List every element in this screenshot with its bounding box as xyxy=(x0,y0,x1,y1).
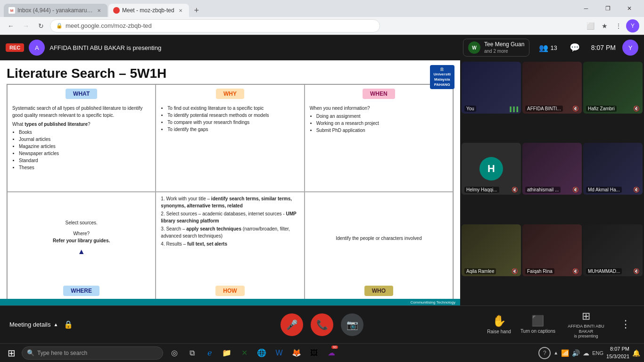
right-controls: ✋ Raise hand ⬛ Turn on captions ⊞ AFFIDA… xyxy=(487,310,635,339)
taskbar-icon-chrome[interactable]: 🌐 xyxy=(253,345,270,362)
faiqah-name: Faiqah Rina xyxy=(525,268,554,274)
host-info[interactable]: W Tee Meng Guan and 2 more xyxy=(463,39,529,57)
mute-button[interactable]: 🎤 xyxy=(281,313,303,336)
taskbar-icon-photos[interactable]: 🖼 xyxy=(305,345,322,362)
gmail-tab-label: Inbox (4,944) - yanakamarudin@ xyxy=(17,7,93,14)
tab-bar: M Inbox (4,944) - yanakamarudin@ ✕ Meet … xyxy=(0,0,644,17)
akmal-mute-icon: 🔇 xyxy=(633,187,640,193)
bookmark-icon[interactable]: ★ xyxy=(598,19,611,33)
affida-name: AFFIDA BINTI... xyxy=(525,106,563,112)
forward-button[interactable]: → xyxy=(20,20,32,32)
reload-button[interactable]: ↻ xyxy=(35,20,47,32)
taskbar-icon-teams[interactable]: ☁ 93 xyxy=(323,345,340,362)
presenting-label: AFFIDA BINTI ABU BAKARis presenting xyxy=(565,324,607,339)
participant-tile-hafiz: Hafiz Zambri 🔇 xyxy=(583,62,643,114)
helmy-name: Helmy Haqqi... xyxy=(464,187,499,193)
presenting-info[interactable]: ⊞ AFFIDA BINTI ABU BAKARis presenting xyxy=(565,310,607,339)
search-placeholder-text: Type here to search xyxy=(37,350,87,356)
more-options-button[interactable]: ⋮ xyxy=(617,314,635,334)
taskbar-icons-area: ◎ ⧉ ℯ 📁 ✕ 🌐 W 🦊 🖼 ☁ 93 xyxy=(166,345,340,362)
maximize-button[interactable]: ❐ xyxy=(597,0,619,17)
onedrive-icon[interactable]: ☁ xyxy=(583,349,589,357)
gmail-tab-close[interactable]: ✕ xyxy=(95,7,103,14)
network-icon[interactable]: 📶 xyxy=(561,349,569,357)
raise-hand-label: Raise hand xyxy=(487,329,511,334)
system-time[interactable]: 8:07 PM 15/3/2021 xyxy=(606,346,629,360)
taskbar-icon-firefox[interactable]: 🦊 xyxy=(288,345,305,362)
slide-grid: WHAT Systematic search of all types of p… xyxy=(7,84,454,300)
participant-tile-muhammad: MUHAMMAD... 🔇 xyxy=(583,224,643,276)
how-tag: HOW xyxy=(215,286,244,296)
center-controls: 🎤 📞 📷 xyxy=(281,313,363,336)
akmal-name: Md Akmal Ha... xyxy=(586,187,622,193)
participants-button[interactable]: 👥 13 xyxy=(534,41,561,55)
athira-name: athirahismail ... xyxy=(525,187,561,193)
date-display: 15/3/2021 xyxy=(606,353,629,360)
people-icon: 👥 xyxy=(539,43,548,52)
how-cell: 1. Work with your title – identify searc… xyxy=(156,192,304,299)
what-cell: WHAT Systematic search of all types of p… xyxy=(7,84,156,192)
affida-mute-icon: 🔇 xyxy=(572,106,579,112)
participants-count: 13 xyxy=(550,44,557,51)
close-button[interactable]: ✕ xyxy=(619,0,640,17)
taskbar-icon-cortana[interactable]: ◎ xyxy=(166,345,183,362)
muhammad-name: MUHAMMAD... xyxy=(586,268,622,274)
ump-logo: 🏛️ Universiti Malaysia PAHANG xyxy=(430,65,454,89)
participant-tile-affida: AFFIDA BINTI... 🔇 xyxy=(522,62,582,114)
when-tag: WHEN xyxy=(363,89,395,99)
chevron-icon[interactable]: ▲ xyxy=(553,350,558,355)
chevron-up-icon: ▲ xyxy=(53,322,58,327)
captions-button[interactable]: ⬛ Turn on captions xyxy=(520,315,555,334)
browser-action-icons: ⬜ ★ ⋮ Y xyxy=(584,19,639,33)
minimize-button[interactable]: ─ xyxy=(575,0,597,17)
taskbar: ⊞ 🔍 Type here to search ◎ ⧉ ℯ 📁 ✕ 🌐 W 🦊 … xyxy=(0,343,644,362)
cast-icon[interactable]: ⬜ xyxy=(584,19,597,33)
meeting-details-section[interactable]: Meeting details ▲ 🔒 xyxy=(9,320,73,329)
end-call-button[interactable]: 📞 xyxy=(311,313,333,336)
address-input[interactable]: 🔒 meet.google.com/moz-zbqb-ted xyxy=(50,19,380,33)
who-body: Identify the people or characters involv… xyxy=(305,192,453,284)
who-tag: WHO xyxy=(364,286,393,296)
participant-tile-akmal: Md Akmal Ha... 🔇 xyxy=(583,143,643,195)
help-icon[interactable]: ? xyxy=(538,347,551,359)
taskbar-icon-multitask[interactable]: ⧉ xyxy=(183,345,200,362)
sidebar: You ▐▐▐ AFFIDA BINTI... 🔇 Hafiz Zambri 🔇 xyxy=(460,60,644,305)
why-cell: WHY To find out existing literature to a… xyxy=(156,84,304,192)
taskbar-icon-files[interactable]: 📁 xyxy=(218,345,235,362)
participant-tile-faiqah: Faiqah Rina 🔇 xyxy=(522,224,582,276)
address-bar: ← → ↻ 🔒 meet.google.com/moz-zbqb-ted ⬜ ★… xyxy=(0,17,644,35)
participant-tile-you: You ▐▐▐ xyxy=(462,62,521,114)
taskbar-icon-word[interactable]: W xyxy=(271,345,288,362)
browser-chrome: M Inbox (4,944) - yanakamarudin@ ✕ Meet … xyxy=(0,0,644,362)
meeting-time: 8:07 PM xyxy=(591,44,616,51)
user-avatar-browser[interactable]: Y xyxy=(626,19,639,33)
chat-button[interactable]: 💬 xyxy=(567,40,583,56)
helmy-avatar: H xyxy=(479,157,503,181)
meet-tab-close[interactable]: ✕ xyxy=(177,7,184,14)
volume-icon[interactable]: 🔊 xyxy=(572,349,580,357)
tab-meet[interactable]: Meet - moz-zbqb-ted ✕ xyxy=(108,4,189,17)
content-area: Literature Search – 5W1H 🏛️ Universiti M… xyxy=(0,60,644,305)
camera-button[interactable]: 📷 xyxy=(341,313,363,336)
taskbar-icon-excel[interactable]: ✕ xyxy=(236,345,253,362)
notifications-icon[interactable]: 🔔 xyxy=(632,349,640,357)
new-tab-button[interactable]: + xyxy=(190,4,203,17)
bars-icon: ▐▐▐ xyxy=(508,107,518,112)
menu-icon[interactable]: ⋮ xyxy=(612,19,625,33)
hafiz-mute-icon: 🔇 xyxy=(633,106,640,112)
tab-gmail[interactable]: M Inbox (4,944) - yanakamarudin@ ✕ xyxy=(4,4,107,17)
start-button[interactable]: ⊞ xyxy=(2,345,21,362)
you-name: You xyxy=(464,106,476,112)
presentation-area: Literature Search – 5W1H 🏛️ Universiti M… xyxy=(0,60,460,305)
slide-footer: Communitising Technology xyxy=(0,299,460,305)
taskbar-icon-ie[interactable]: ℯ xyxy=(201,345,218,362)
helmy-mute-icon: 🔇 xyxy=(512,187,518,193)
presenter-name-label: AFFIDA BINTI ABU BAKAR is presenting xyxy=(50,44,161,51)
taskbar-search-box[interactable]: 🔍 Type here to search xyxy=(22,346,163,360)
where-tag: WHERE xyxy=(63,286,99,296)
back-button[interactable]: ← xyxy=(5,20,17,32)
meeting-details-label: Meeting details xyxy=(9,321,50,328)
raise-hand-button[interactable]: ✋ Raise hand xyxy=(487,314,511,334)
language-label[interactable]: ENG xyxy=(592,350,603,356)
athira-mute-icon: 🔇 xyxy=(572,187,579,193)
